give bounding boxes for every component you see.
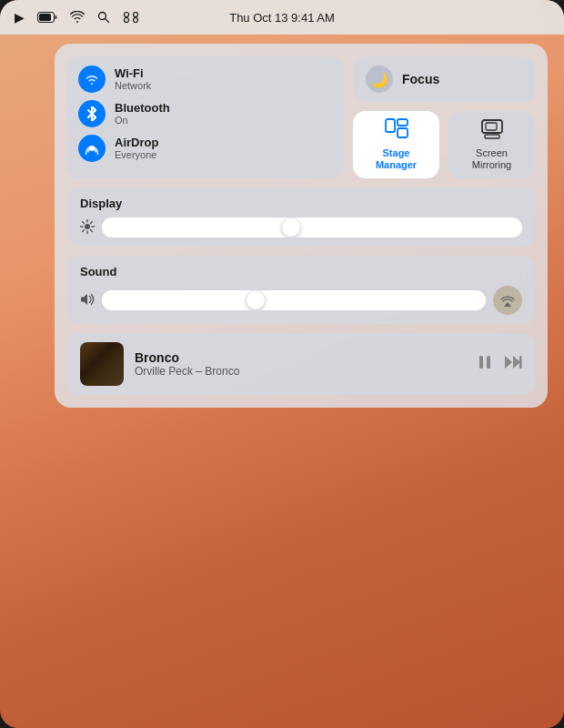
bluetooth-name: Bluetooth bbox=[115, 101, 170, 116]
menubar-datetime: Thu Oct 13 9:41 AM bbox=[229, 11, 335, 25]
svg-point-4 bbox=[134, 13, 138, 17]
bottom-row: StageManager ScreenMirroring bbox=[353, 111, 535, 178]
album-art bbox=[80, 342, 124, 386]
skip-forward-button[interactable] bbox=[504, 355, 522, 374]
svg-line-19 bbox=[83, 221, 85, 223]
svg-point-3 bbox=[125, 13, 129, 17]
track-artist: Orville Peck – Bronco bbox=[135, 365, 466, 378]
wifi-icon bbox=[78, 66, 106, 93]
screen-mirroring-card[interactable]: ScreenMirroring bbox=[448, 111, 535, 178]
focus-label: Focus bbox=[402, 72, 439, 86]
nowplaying-info: Bronco Orville Peck – Bronco bbox=[135, 350, 466, 378]
svg-rect-12 bbox=[485, 135, 499, 138]
svg-rect-24 bbox=[487, 356, 490, 369]
airdrop-sub: Everyone bbox=[115, 149, 158, 161]
top-section: Wi-Fi Network Bluetooth On bbox=[67, 56, 535, 178]
volume-slider[interactable] bbox=[102, 290, 486, 310]
bluetooth-text: Bluetooth On bbox=[115, 101, 170, 127]
brightness-icon bbox=[80, 219, 95, 237]
search-menubar-icon[interactable] bbox=[97, 11, 110, 24]
airdrop-icon bbox=[78, 135, 106, 162]
svg-line-22 bbox=[83, 229, 85, 231]
controlcenter-menubar-icon[interactable] bbox=[123, 11, 139, 24]
control-center-panel: Wi-Fi Network Bluetooth On bbox=[55, 44, 548, 408]
wifi-text: Wi-Fi Network bbox=[115, 66, 151, 93]
stage-manager-label: StageManager bbox=[376, 147, 417, 171]
menubar: ▶ bbox=[0, 0, 564, 35]
airplay-button[interactable] bbox=[493, 286, 522, 315]
volume-slider-row bbox=[80, 286, 522, 315]
svg-rect-9 bbox=[398, 119, 408, 126]
svg-rect-13 bbox=[486, 123, 497, 130]
playback-controls bbox=[477, 354, 522, 375]
focus-card[interactable]: 🌙 Focus bbox=[353, 56, 535, 102]
brightness-slider[interactable] bbox=[102, 217, 522, 238]
svg-rect-10 bbox=[398, 128, 408, 137]
stage-manager-icon bbox=[385, 118, 408, 144]
wifi-sub: Network bbox=[115, 80, 151, 92]
battery-icon bbox=[37, 12, 57, 23]
play-icon[interactable]: ▶ bbox=[15, 10, 25, 25]
svg-rect-1 bbox=[39, 14, 51, 21]
display-title: Display bbox=[80, 197, 522, 210]
wifi-menubar-icon[interactable] bbox=[70, 11, 85, 24]
airdrop-item[interactable]: AirDrop Everyone bbox=[78, 135, 333, 162]
svg-point-2 bbox=[99, 13, 106, 20]
focus-icon: 🌙 bbox=[366, 66, 393, 93]
bluetooth-sub: On bbox=[115, 115, 170, 126]
svg-line-21 bbox=[91, 221, 93, 223]
svg-rect-11 bbox=[482, 120, 502, 133]
svg-rect-25 bbox=[519, 356, 522, 369]
svg-point-5 bbox=[125, 18, 129, 23]
stage-manager-card[interactable]: StageManager bbox=[353, 111, 439, 178]
bluetooth-item[interactable]: Bluetooth On bbox=[78, 100, 333, 127]
display-card: Display bbox=[67, 187, 535, 247]
nowplaying-card: Bronco Orville Peck – Bronco bbox=[67, 333, 535, 395]
pause-button[interactable] bbox=[477, 354, 493, 375]
svg-point-14 bbox=[85, 224, 90, 229]
right-column: 🌙 Focus StageManager bbox=[353, 56, 535, 178]
sound-title: Sound bbox=[80, 265, 522, 278]
svg-point-6 bbox=[134, 18, 138, 23]
screen-mirroring-label: ScreenMirroring bbox=[472, 147, 511, 171]
album-art-image bbox=[80, 342, 124, 386]
svg-line-20 bbox=[91, 229, 93, 231]
track-name: Bronco bbox=[135, 350, 466, 365]
screen-mirroring-icon bbox=[481, 119, 503, 144]
network-card: Wi-Fi Network Bluetooth On bbox=[67, 56, 344, 178]
brightness-slider-row bbox=[80, 217, 522, 238]
wifi-name: Wi-Fi bbox=[115, 66, 151, 81]
bluetooth-icon bbox=[78, 100, 106, 127]
sound-card: Sound bbox=[67, 256, 535, 324]
svg-rect-23 bbox=[479, 356, 483, 369]
svg-rect-8 bbox=[386, 119, 395, 132]
airdrop-text: AirDrop Everyone bbox=[115, 136, 158, 162]
airdrop-name: AirDrop bbox=[115, 136, 158, 150]
volume-icon bbox=[80, 293, 95, 308]
wifi-item[interactable]: Wi-Fi Network bbox=[78, 66, 333, 93]
